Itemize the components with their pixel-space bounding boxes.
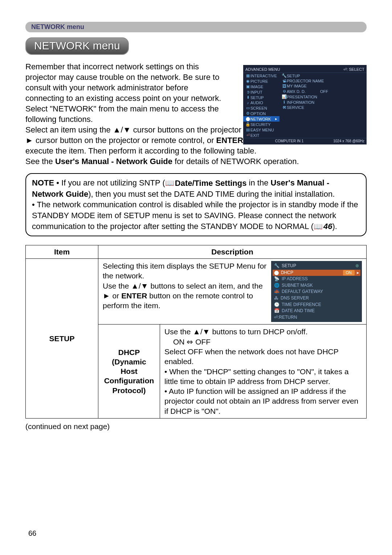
page-title-pill: NETWORK menu: [25, 37, 129, 55]
osd-left-column: ▦INTERACTIVE ◉PICTURE ▣IMAGE ➲INPUT ⬇SET…: [243, 73, 279, 138]
osd-screenshot-main: ADVANCED MENU ⏎: SELECT ▦INTERACTIVE ◉PI…: [243, 65, 367, 144]
description-table: Item Description SETUP Selecting this it…: [25, 245, 367, 419]
note-label: NOTE: [32, 178, 54, 187]
osd-setup-dhcp: ⬤DHCPON▸: [273, 270, 360, 276]
item-setup: SETUP: [26, 259, 98, 419]
continued-note: (continued on next page): [25, 422, 367, 431]
th-description: Description: [98, 245, 367, 259]
osd-screenshot-setup: 🔧SETUP⊗ ⬤DHCPON▸ 📡IP ADDRESS 🌐SUBNET MAS…: [271, 261, 362, 322]
page-title: NETWORK menu: [34, 40, 120, 52]
intro-block: ADVANCED MENU ⏎: SELECT ▦INTERACTIVE ◉PI…: [25, 61, 367, 167]
osd-right-column: 🔧SETUP 📽PROJECTOR NAME 🖼MY IMAGE ⊖AMX D.…: [279, 73, 367, 138]
section-header-text: NETWORK menu: [31, 23, 84, 30]
osd-header: ADVANCED MENU ⏎: SELECT: [243, 66, 367, 73]
dhcp-description: Use the ▲/▼ buttons to turn DHCP on/off.…: [160, 325, 367, 419]
subitem-dhcp: DHCP (Dynamic Host Configuration Protoco…: [98, 325, 160, 419]
th-item: Item: [26, 245, 98, 259]
book-icon: 📖: [165, 178, 174, 188]
note-box: NOTE • If you are not utilizing SNTP (📖D…: [25, 173, 367, 236]
page-number: 66: [28, 529, 36, 538]
osd-footer: COMPUTER IN 1 1024 x 768 @60Hz: [243, 138, 367, 144]
book-icon: 📖: [314, 222, 323, 232]
section-header-bar: NETWORK menu: [25, 22, 367, 32]
osd-header-right: ⏎: SELECT: [343, 67, 364, 72]
osd-selected-network: ⬤NETWORK▸: [243, 116, 279, 122]
setup-description: Selecting this item displays the SETUP M…: [98, 259, 367, 325]
osd-header-left: ADVANCED MENU: [245, 67, 280, 72]
